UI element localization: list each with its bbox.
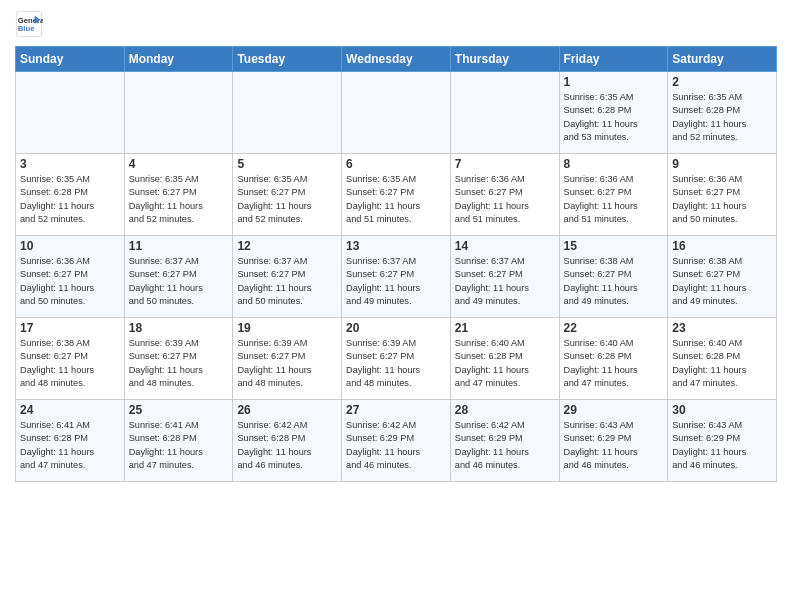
- day-number: 24: [20, 403, 120, 417]
- calendar-cell: 25Sunrise: 6:41 AM Sunset: 6:28 PM Dayli…: [124, 400, 233, 482]
- day-info: Sunrise: 6:41 AM Sunset: 6:28 PM Dayligh…: [20, 419, 120, 472]
- day-info: Sunrise: 6:39 AM Sunset: 6:27 PM Dayligh…: [129, 337, 229, 390]
- day-number: 14: [455, 239, 555, 253]
- day-number: 15: [564, 239, 664, 253]
- day-info: Sunrise: 6:36 AM Sunset: 6:27 PM Dayligh…: [564, 173, 664, 226]
- calendar-cell: 27Sunrise: 6:42 AM Sunset: 6:29 PM Dayli…: [342, 400, 451, 482]
- day-number: 30: [672, 403, 772, 417]
- calendar-cell: [16, 72, 125, 154]
- calendar-cell: 18Sunrise: 6:39 AM Sunset: 6:27 PM Dayli…: [124, 318, 233, 400]
- weekday-header: Saturday: [668, 47, 777, 72]
- calendar-cell: 19Sunrise: 6:39 AM Sunset: 6:27 PM Dayli…: [233, 318, 342, 400]
- svg-text:Blue: Blue: [18, 24, 35, 33]
- day-number: 2: [672, 75, 772, 89]
- calendar-cell: 9Sunrise: 6:36 AM Sunset: 6:27 PM Daylig…: [668, 154, 777, 236]
- day-number: 18: [129, 321, 229, 335]
- calendar-cell: 17Sunrise: 6:38 AM Sunset: 6:27 PM Dayli…: [16, 318, 125, 400]
- calendar-cell: 7Sunrise: 6:36 AM Sunset: 6:27 PM Daylig…: [450, 154, 559, 236]
- weekday-header: Wednesday: [342, 47, 451, 72]
- day-info: Sunrise: 6:42 AM Sunset: 6:29 PM Dayligh…: [455, 419, 555, 472]
- calendar-cell: 10Sunrise: 6:36 AM Sunset: 6:27 PM Dayli…: [16, 236, 125, 318]
- calendar-body: 1Sunrise: 6:35 AM Sunset: 6:28 PM Daylig…: [16, 72, 777, 482]
- day-number: 11: [129, 239, 229, 253]
- day-number: 23: [672, 321, 772, 335]
- day-number: 9: [672, 157, 772, 171]
- day-info: Sunrise: 6:37 AM Sunset: 6:27 PM Dayligh…: [237, 255, 337, 308]
- day-info: Sunrise: 6:36 AM Sunset: 6:27 PM Dayligh…: [672, 173, 772, 226]
- calendar-cell: 26Sunrise: 6:42 AM Sunset: 6:28 PM Dayli…: [233, 400, 342, 482]
- day-info: Sunrise: 6:42 AM Sunset: 6:28 PM Dayligh…: [237, 419, 337, 472]
- day-info: Sunrise: 6:37 AM Sunset: 6:27 PM Dayligh…: [129, 255, 229, 308]
- calendar-cell: 23Sunrise: 6:40 AM Sunset: 6:28 PM Dayli…: [668, 318, 777, 400]
- day-number: 12: [237, 239, 337, 253]
- day-number: 28: [455, 403, 555, 417]
- day-info: Sunrise: 6:36 AM Sunset: 6:27 PM Dayligh…: [455, 173, 555, 226]
- calendar-cell: 30Sunrise: 6:43 AM Sunset: 6:29 PM Dayli…: [668, 400, 777, 482]
- day-number: 20: [346, 321, 446, 335]
- day-info: Sunrise: 6:35 AM Sunset: 6:27 PM Dayligh…: [129, 173, 229, 226]
- day-number: 16: [672, 239, 772, 253]
- day-number: 6: [346, 157, 446, 171]
- calendar-cell: 8Sunrise: 6:36 AM Sunset: 6:27 PM Daylig…: [559, 154, 668, 236]
- logo-icon: General Blue: [15, 10, 43, 38]
- calendar-cell: 22Sunrise: 6:40 AM Sunset: 6:28 PM Dayli…: [559, 318, 668, 400]
- day-info: Sunrise: 6:37 AM Sunset: 6:27 PM Dayligh…: [346, 255, 446, 308]
- day-number: 10: [20, 239, 120, 253]
- calendar-cell: 11Sunrise: 6:37 AM Sunset: 6:27 PM Dayli…: [124, 236, 233, 318]
- weekday-header: Sunday: [16, 47, 125, 72]
- day-number: 26: [237, 403, 337, 417]
- calendar-cell: 28Sunrise: 6:42 AM Sunset: 6:29 PM Dayli…: [450, 400, 559, 482]
- day-info: Sunrise: 6:36 AM Sunset: 6:27 PM Dayligh…: [20, 255, 120, 308]
- day-info: Sunrise: 6:41 AM Sunset: 6:28 PM Dayligh…: [129, 419, 229, 472]
- calendar-cell: 1Sunrise: 6:35 AM Sunset: 6:28 PM Daylig…: [559, 72, 668, 154]
- calendar-cell: 2Sunrise: 6:35 AM Sunset: 6:28 PM Daylig…: [668, 72, 777, 154]
- day-info: Sunrise: 6:43 AM Sunset: 6:29 PM Dayligh…: [672, 419, 772, 472]
- header: General Blue: [15, 10, 777, 38]
- day-number: 27: [346, 403, 446, 417]
- day-number: 21: [455, 321, 555, 335]
- day-number: 7: [455, 157, 555, 171]
- calendar-cell: [233, 72, 342, 154]
- day-info: Sunrise: 6:42 AM Sunset: 6:29 PM Dayligh…: [346, 419, 446, 472]
- calendar-cell: 24Sunrise: 6:41 AM Sunset: 6:28 PM Dayli…: [16, 400, 125, 482]
- day-info: Sunrise: 6:39 AM Sunset: 6:27 PM Dayligh…: [237, 337, 337, 390]
- calendar-cell: 12Sunrise: 6:37 AM Sunset: 6:27 PM Dayli…: [233, 236, 342, 318]
- day-info: Sunrise: 6:38 AM Sunset: 6:27 PM Dayligh…: [564, 255, 664, 308]
- calendar-cell: 14Sunrise: 6:37 AM Sunset: 6:27 PM Dayli…: [450, 236, 559, 318]
- calendar-cell: [342, 72, 451, 154]
- day-number: 3: [20, 157, 120, 171]
- day-info: Sunrise: 6:43 AM Sunset: 6:29 PM Dayligh…: [564, 419, 664, 472]
- page-container: General Blue SundayMondayTuesdayWednesda…: [0, 0, 792, 492]
- day-info: Sunrise: 6:40 AM Sunset: 6:28 PM Dayligh…: [564, 337, 664, 390]
- day-info: Sunrise: 6:37 AM Sunset: 6:27 PM Dayligh…: [455, 255, 555, 308]
- calendar-cell: 15Sunrise: 6:38 AM Sunset: 6:27 PM Dayli…: [559, 236, 668, 318]
- day-info: Sunrise: 6:35 AM Sunset: 6:28 PM Dayligh…: [672, 91, 772, 144]
- calendar-cell: 13Sunrise: 6:37 AM Sunset: 6:27 PM Dayli…: [342, 236, 451, 318]
- calendar-cell: 29Sunrise: 6:43 AM Sunset: 6:29 PM Dayli…: [559, 400, 668, 482]
- calendar-cell: 4Sunrise: 6:35 AM Sunset: 6:27 PM Daylig…: [124, 154, 233, 236]
- calendar-table: SundayMondayTuesdayWednesdayThursdayFrid…: [15, 46, 777, 482]
- calendar-cell: [450, 72, 559, 154]
- day-info: Sunrise: 6:39 AM Sunset: 6:27 PM Dayligh…: [346, 337, 446, 390]
- day-number: 17: [20, 321, 120, 335]
- weekday-header: Tuesday: [233, 47, 342, 72]
- weekday-header: Thursday: [450, 47, 559, 72]
- calendar-week: 17Sunrise: 6:38 AM Sunset: 6:27 PM Dayli…: [16, 318, 777, 400]
- calendar-cell: 3Sunrise: 6:35 AM Sunset: 6:28 PM Daylig…: [16, 154, 125, 236]
- day-number: 29: [564, 403, 664, 417]
- day-number: 25: [129, 403, 229, 417]
- calendar-cell: 21Sunrise: 6:40 AM Sunset: 6:28 PM Dayli…: [450, 318, 559, 400]
- calendar-week: 3Sunrise: 6:35 AM Sunset: 6:28 PM Daylig…: [16, 154, 777, 236]
- day-number: 22: [564, 321, 664, 335]
- day-info: Sunrise: 6:38 AM Sunset: 6:27 PM Dayligh…: [672, 255, 772, 308]
- calendar-cell: 6Sunrise: 6:35 AM Sunset: 6:27 PM Daylig…: [342, 154, 451, 236]
- weekday-header: Friday: [559, 47, 668, 72]
- day-info: Sunrise: 6:38 AM Sunset: 6:27 PM Dayligh…: [20, 337, 120, 390]
- day-number: 19: [237, 321, 337, 335]
- day-number: 13: [346, 239, 446, 253]
- calendar-header: SundayMondayTuesdayWednesdayThursdayFrid…: [16, 47, 777, 72]
- day-info: Sunrise: 6:40 AM Sunset: 6:28 PM Dayligh…: [455, 337, 555, 390]
- day-info: Sunrise: 6:35 AM Sunset: 6:28 PM Dayligh…: [20, 173, 120, 226]
- calendar-week: 1Sunrise: 6:35 AM Sunset: 6:28 PM Daylig…: [16, 72, 777, 154]
- day-info: Sunrise: 6:35 AM Sunset: 6:28 PM Dayligh…: [564, 91, 664, 144]
